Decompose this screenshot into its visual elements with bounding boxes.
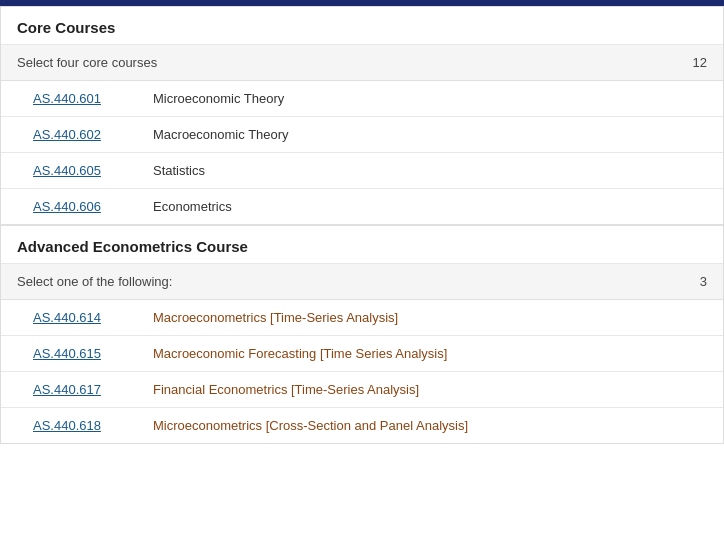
course-code[interactable]: AS.440.614 (33, 310, 133, 325)
course-name: Statistics (153, 163, 205, 178)
section2-title: Advanced Econometrics Course (17, 238, 707, 255)
table-row: AS.440.602Macroeconomic Theory (1, 117, 723, 153)
section2-credits: 3 (700, 274, 707, 289)
section1-credits: 12 (693, 55, 707, 70)
section2-select-row: Select one of the following: 3 (1, 264, 723, 300)
section1-courses: AS.440.601Microeconomic TheoryAS.440.602… (1, 81, 723, 224)
course-code[interactable]: AS.440.617 (33, 382, 133, 397)
course-code[interactable]: AS.440.601 (33, 91, 133, 106)
section2-courses: AS.440.614Macroeconometrics [Time-Series… (1, 300, 723, 443)
table-row: AS.440.605Statistics (1, 153, 723, 189)
course-name: Macroeconomic Forecasting [Time Series A… (153, 346, 447, 361)
section2-select-label: Select one of the following: (17, 274, 172, 289)
table-row: AS.440.617Financial Econometrics [Time-S… (1, 372, 723, 408)
course-name: Microeconometrics [Cross-Section and Pan… (153, 418, 468, 433)
course-name: Econometrics (153, 199, 232, 214)
table-row: AS.440.615Macroeconomic Forecasting [Tim… (1, 336, 723, 372)
section1-header: Core Courses (1, 7, 723, 45)
course-code[interactable]: AS.440.618 (33, 418, 133, 433)
course-code[interactable]: AS.440.606 (33, 199, 133, 214)
section1-select-label: Select four core courses (17, 55, 157, 70)
course-code[interactable]: AS.440.602 (33, 127, 133, 142)
course-name: Macroeconomic Theory (153, 127, 289, 142)
table-row: AS.440.614Macroeconometrics [Time-Series… (1, 300, 723, 336)
course-name: Financial Econometrics [Time-Series Anal… (153, 382, 419, 397)
course-name: Macroeconometrics [Time-Series Analysis] (153, 310, 398, 325)
main-container: Core Courses Select four core courses 12… (0, 6, 724, 444)
section1-select-row: Select four core courses 12 (1, 45, 723, 81)
course-code[interactable]: AS.440.605 (33, 163, 133, 178)
course-code[interactable]: AS.440.615 (33, 346, 133, 361)
table-row: AS.440.601Microeconomic Theory (1, 81, 723, 117)
section1-title: Core Courses (17, 19, 707, 36)
table-row: AS.440.606Econometrics (1, 189, 723, 224)
course-name: Microeconomic Theory (153, 91, 284, 106)
section2-header: Advanced Econometrics Course (1, 224, 723, 264)
table-row: AS.440.618Microeconometrics [Cross-Secti… (1, 408, 723, 443)
